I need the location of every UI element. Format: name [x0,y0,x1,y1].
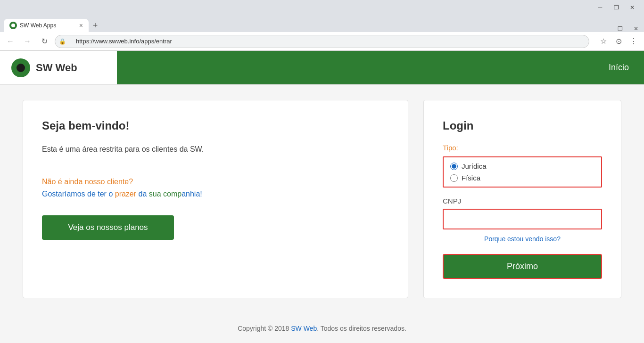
nav-inicio[interactable]: Início [609,63,629,73]
tipo-label: Tipo: [443,144,602,152]
why-link[interactable]: Porque estou vendo isso? [443,235,602,243]
site-header: SW Web Início [0,51,644,85]
companhia-blue-1: Gostaríamos de ter o [42,190,115,198]
window-controls: ─ ❐ ✕ [596,4,640,11]
app-wrapper: SW Web Início Seja bem-vindo! Esta é uma… [0,51,644,343]
footer-copyright: Copyright © 2018 [238,325,291,332]
radio-fisica-label: Física [462,174,480,182]
forward-button[interactable]: → [21,35,34,48]
header-brand: SW Web [0,51,117,84]
address-actions: ☆ ⊙ ⋮ [597,35,640,48]
bookmark-button[interactable]: ☆ [597,35,610,48]
radio-fisica-input[interactable] [450,174,458,182]
companhia-green: sua comp [149,190,182,198]
login-title: Login [443,119,602,132]
cnpj-label: CNPJ [443,197,602,205]
maximize-button[interactable]: ❐ [612,4,620,11]
new-tab-button[interactable]: + [89,19,102,32]
win-restore-btn[interactable]: ❐ [616,25,624,32]
proximo-button[interactable]: Próximo [443,254,602,279]
minimize-button[interactable]: ─ [596,4,604,11]
win-close-btn[interactable]: ✕ [632,25,640,32]
companhia-orange: prazer [115,190,136,198]
footer-rest: . Todos os direitos reservados. [317,325,406,332]
address-bar-row: ← → ↻ 🔒 https://www.swweb.info/apps/entr… [0,32,644,51]
tab-bar: SW Web Apps × + ─ ❐ ✕ [0,15,644,32]
radio-group: Jurídica Física [443,156,602,188]
radio-fisica[interactable]: Física [450,174,594,182]
address-text: https://www.swweb.info/apps/entrar [76,38,172,45]
welcome-title: Seja bem-vindo! [42,119,389,132]
radio-juridica-label: Jurídica [462,162,487,170]
tab-close-button[interactable]: × [79,22,83,29]
back-button[interactable]: ← [4,35,17,48]
footer-sw-link[interactable]: SW Web [291,325,317,332]
address-bar[interactable]: 🔒 https://www.swweb.info/apps/entrar [55,35,589,48]
welcome-card: Seja bem-vindo! Esta é uma área restrita… [23,100,408,298]
lock-icon: 🔒 [59,38,66,45]
companhia-text: Gostaríamos de ter o prazer da sua compa… [42,188,389,200]
not-client-link[interactable]: Não é ainda nosso cliente? [42,178,389,186]
site-footer: Copyright © 2018 SW Web. Todos os direit… [0,313,644,343]
cnpj-input[interactable] [443,209,602,229]
login-card: Login Tipo: Jurídica Física CNPJ Porque … [423,100,621,298]
account-button[interactable]: ⊙ [612,35,625,48]
active-tab[interactable]: SW Web Apps × [4,19,89,32]
brand-logo [11,58,30,77]
radio-juridica-input[interactable] [450,163,458,170]
welcome-desc: Esta é uma área restrita para os cliente… [42,144,389,155]
close-button[interactable]: ✕ [628,4,636,11]
header-nav: Início [117,51,644,84]
refresh-button[interactable]: ↻ [38,35,51,48]
title-bar: ─ ❐ ✕ [0,0,644,15]
companhia-blue-3: anhia! [182,190,202,198]
favicon-inner [11,24,15,27]
brand-name: SW Web [36,62,77,74]
tab-favicon [9,22,17,29]
radio-juridica[interactable]: Jurídica [450,162,594,170]
tab-title: SW Web Apps [20,22,56,29]
plans-button[interactable]: Veja os nossos planos [42,215,174,240]
companhia-blue-2: da [136,190,149,198]
brand-logo-inner [17,64,25,72]
menu-button[interactable]: ⋮ [627,35,640,48]
win-minimize-btn[interactable]: ─ [600,25,608,32]
browser-chrome: ─ ❐ ✕ SW Web Apps × + ─ ❐ ✕ ← → ↻ 🔒 http… [0,0,644,51]
main-content: Seja bem-vindo! Esta é uma área restrita… [0,85,644,313]
